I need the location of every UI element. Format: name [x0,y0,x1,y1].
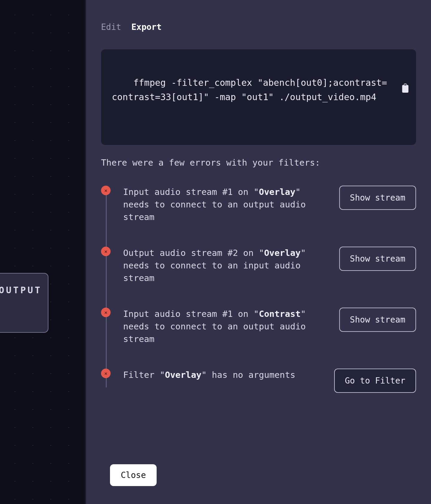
tab-edit[interactable]: Edit [101,22,121,32]
panel-tabs: Edit Export [101,22,416,32]
tab-export[interactable]: Export [131,22,161,32]
output-node-label: OUTPUT [0,285,42,295]
svg-rect-0 [402,85,409,93]
panel-footer: Close [101,452,416,486]
error-message: Filter "Overlay" has no arguments [109,369,321,381]
error-item: ✕ Input audio stream #1 on "Contrast" ne… [109,308,416,345]
go-to-filter-button[interactable]: Go to Filter [334,369,416,393]
error-message: Input audio stream #1 on "Overlay" needs… [109,186,326,223]
svg-rect-2 [404,84,406,85]
show-stream-button[interactable]: Show stream [339,247,416,271]
copy-button[interactable] [401,55,409,65]
error-message: Output audio stream #2 on "Overlay" need… [109,247,326,284]
export-panel: Edit Export ffmpeg -filter_complex "aben… [85,0,431,504]
error-timeline-line [106,190,107,387]
clipboard-icon [401,83,409,94]
error-icon: ✕ [101,247,111,256]
show-stream-button[interactable]: Show stream [339,308,416,332]
error-list: ✕ Input audio stream #1 on "Overlay" nee… [101,186,416,393]
command-output: ffmpeg -filter_complex "abench[out0];aco… [101,49,416,145]
output-node[interactable]: OUTPUT [0,273,48,333]
error-item: ✕ Output audio stream #2 on "Overlay" ne… [109,247,416,284]
error-message: Input audio stream #1 on "Contrast" need… [109,308,326,345]
error-item: ✕ Filter "Overlay" has no arguments Go t… [109,369,416,393]
command-text: ffmpeg -filter_complex "abench[out0];aco… [112,77,387,102]
error-icon: ✕ [101,186,111,195]
error-item: ✕ Input audio stream #1 on "Overlay" nee… [109,186,416,223]
errors-heading: There were a few errors with your filter… [101,158,416,168]
close-button[interactable]: Close [110,464,157,486]
show-stream-button[interactable]: Show stream [339,186,416,210]
